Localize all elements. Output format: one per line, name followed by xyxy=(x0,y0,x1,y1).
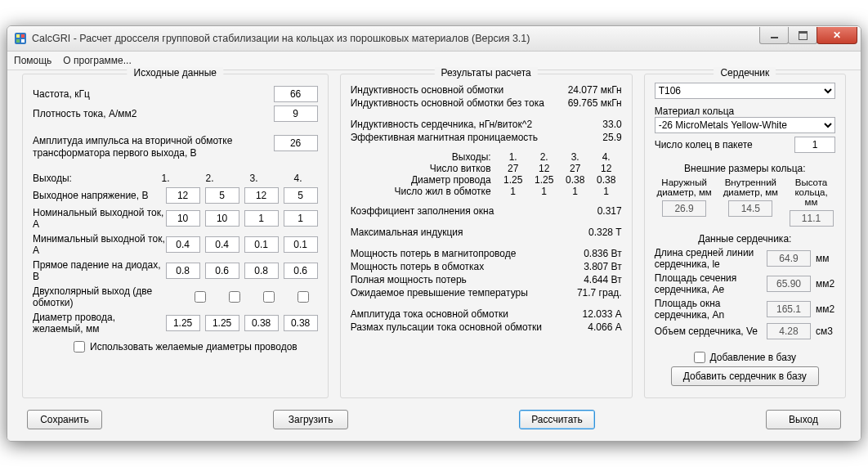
button-calc[interactable]: Рассчитать xyxy=(519,410,595,429)
label-od: Наружный диаметр, мм xyxy=(655,177,714,197)
label-imin: Минимальный выходной ток, А xyxy=(33,233,166,256)
maximize-button[interactable] xyxy=(788,27,817,44)
input-frequency[interactable] xyxy=(274,86,318,102)
rlabel-Iamp: Амплитуда тока основной обмотки xyxy=(351,308,557,320)
input-wdia-3[interactable] xyxy=(244,315,279,331)
rv-strands-3: 1 xyxy=(560,186,591,197)
rlabel-fill: Коэффициент заполнения окна xyxy=(351,205,557,217)
label-outputs: Выходы: xyxy=(33,173,146,184)
rval-fill: 0.317 xyxy=(557,205,622,217)
val-od xyxy=(662,200,706,217)
chk-bipolar-4[interactable] xyxy=(298,291,309,303)
chk-bipolar-2[interactable] xyxy=(229,291,240,303)
label-use-wire-dia: Использовать желаемые диаметры проводов xyxy=(90,341,298,352)
grid-col-4: 4. xyxy=(279,173,318,184)
input-vout-3[interactable] xyxy=(244,187,279,204)
chk-use-wire-dia[interactable] xyxy=(74,341,85,352)
input-inom-3[interactable] xyxy=(244,210,279,227)
label-ht: Высота кольца, мм xyxy=(787,177,835,207)
input-vout-2[interactable] xyxy=(205,187,239,204)
input-imin-3[interactable] xyxy=(244,236,279,253)
rval-bmax: 0.328 Т xyxy=(557,227,622,238)
select-core[interactable]: T106 xyxy=(655,83,835,99)
panel-inputs-title: Исходные данные xyxy=(128,67,223,79)
rv-wdia-2: 1.25 xyxy=(529,174,560,186)
grid-col-2: 2. xyxy=(190,173,230,184)
rlabel-Pcu: Мощность потерь в обмотках xyxy=(351,261,557,272)
input-imin-4[interactable] xyxy=(284,236,318,253)
label-stack: Число колец в пакете xyxy=(655,139,794,150)
input-vdiode-1[interactable] xyxy=(166,263,200,279)
input-pulse-amp[interactable] xyxy=(274,135,318,151)
button-add-core[interactable]: Добавить сердечник в базу xyxy=(671,366,819,386)
minimize-button[interactable] xyxy=(759,27,789,44)
rlabel-Ptot: Полная мощность потерь xyxy=(351,274,557,285)
input-current-density[interactable] xyxy=(274,106,318,122)
grid-col-3: 3. xyxy=(235,173,274,184)
button-exit[interactable]: Выход xyxy=(766,410,841,429)
rlabel-turns: Число витков xyxy=(351,163,498,174)
input-vdiode-2[interactable] xyxy=(205,263,239,279)
input-imin-2[interactable] xyxy=(205,236,239,253)
input-wdia-1[interactable] xyxy=(166,315,200,331)
rlabel-outputs: Выходы: xyxy=(351,151,498,163)
rcol-2: 2. xyxy=(529,151,560,163)
rv-turns-3: 27 xyxy=(560,163,591,174)
rlabel-bmax: Максимальная индукция xyxy=(351,227,557,238)
val-le xyxy=(767,250,811,267)
svg-rect-4 xyxy=(21,39,25,43)
rv-wdia-4: 0.38 xyxy=(591,174,622,186)
input-vdiode-3[interactable] xyxy=(244,263,279,279)
button-load[interactable]: Загрузить xyxy=(273,410,348,429)
panel-inputs: Исходные данные Частота, кГц Плотность т… xyxy=(22,74,329,398)
rval-mu: 25.9 xyxy=(557,132,622,143)
input-vout-4[interactable] xyxy=(284,187,318,204)
input-vdiode-4[interactable] xyxy=(284,263,318,279)
chk-bipolar-1[interactable] xyxy=(195,291,206,303)
unit-an: мм2 xyxy=(816,303,835,315)
rval-Ptot: 4.644 Вт xyxy=(557,274,622,285)
rcol-1: 1. xyxy=(498,151,529,163)
rlabel-strands: Число жил в обмотке xyxy=(351,186,498,197)
input-wdia-2[interactable] xyxy=(205,315,239,331)
label-ve: Объем сердечника, Ve xyxy=(655,326,762,337)
label-material: Материал кольца xyxy=(655,106,835,117)
rv-strands-1: 1 xyxy=(498,186,529,197)
rlabel-Pcore: Мощность потерь в магнитопроводе xyxy=(351,248,557,259)
rlabel-Lmain: Индуктивность основной обмотки xyxy=(351,84,557,96)
label-vout: Выходное напряжение, В xyxy=(33,190,166,201)
rv-turns-2: 12 xyxy=(529,163,560,174)
button-save[interactable]: Сохранить xyxy=(27,410,102,429)
rval-Lmain0: 69.765 мкГн xyxy=(557,97,622,109)
chk-add-to-db[interactable] xyxy=(694,352,705,363)
rval-Lcore: 33.0 xyxy=(557,119,622,130)
rval-dT: 71.7 град. xyxy=(557,287,622,299)
rv-turns-1: 27 xyxy=(498,163,529,174)
menu-about[interactable]: О программе... xyxy=(63,55,131,66)
input-vout-1[interactable] xyxy=(166,187,200,204)
input-inom-2[interactable] xyxy=(205,210,239,227)
rv-turns-4: 12 xyxy=(591,163,622,174)
label-an: Площадь окна сердечника, An xyxy=(655,298,762,321)
input-wdia-4[interactable] xyxy=(284,315,318,331)
app-icon xyxy=(14,32,27,45)
svg-rect-3 xyxy=(16,39,20,43)
label-id: Внутренний диаметр, мм xyxy=(719,177,782,197)
rval-Pcu: 3.807 Вт xyxy=(557,261,622,272)
chk-bipolar-3[interactable] xyxy=(263,291,275,303)
val-ae xyxy=(767,276,811,292)
close-button[interactable]: ✕ xyxy=(817,27,857,44)
rv-strands-4: 1 xyxy=(591,186,622,197)
panel-results: Результаты расчета Индуктивность основно… xyxy=(340,74,633,398)
input-inom-4[interactable] xyxy=(284,210,318,227)
rv-wdia-1: 1.25 xyxy=(498,174,529,186)
val-ht xyxy=(790,210,834,227)
svg-rect-2 xyxy=(21,34,25,38)
menu-help[interactable]: Помощь xyxy=(14,55,51,66)
label-pulse-amp: Амплитуда импульса на вторичной обмотке … xyxy=(33,135,274,159)
input-imin-1[interactable] xyxy=(166,236,200,253)
input-inom-1[interactable] xyxy=(166,210,200,227)
input-stack[interactable] xyxy=(794,137,835,153)
rlabel-dT: Ожидаемое превышение температуры xyxy=(351,287,557,299)
select-material[interactable]: -26 MicroMetals Yellow-White xyxy=(655,117,835,133)
